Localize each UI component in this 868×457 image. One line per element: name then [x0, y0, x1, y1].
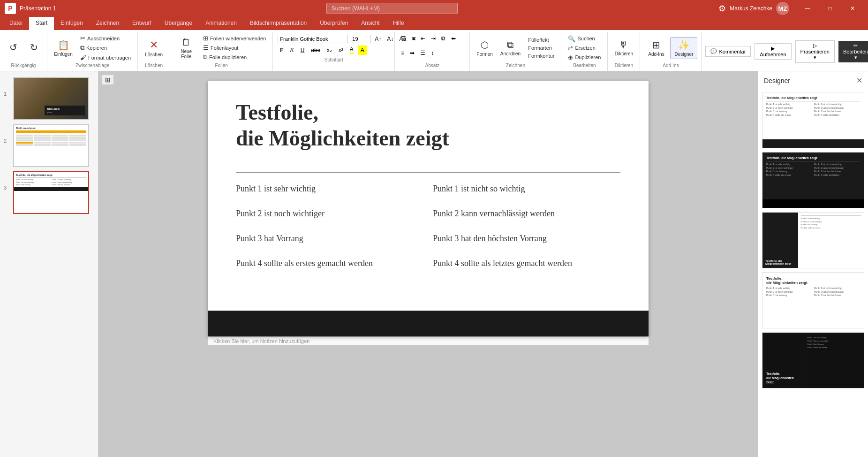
slide-item-3[interactable]: 3 Testfolie, die Möglichkeiten zeigt Pun… [0, 169, 98, 216]
slide-item-2[interactable]: 2 Titel Lorem Ipsum [0, 122, 98, 169]
design-card-5[interactable]: Testfolie,die Möglichkeiten zeigt Punkt … [762, 332, 864, 388]
canvas-toolbar: ⊞ [102, 75, 113, 84]
ribbon-group-diktieren: 🎙 Diktieren Diktieren [608, 32, 640, 71]
decrease-indent-button[interactable]: ⇤ [418, 34, 428, 43]
undo-button[interactable]: ↺ [4, 40, 23, 56]
tab-animationen[interactable]: Animationen [199, 17, 243, 30]
font-increase-button[interactable]: A↑ [373, 35, 383, 43]
kommentar-button[interactable]: 💬 Kommentar [705, 46, 751, 57]
group-content-loeschen: ✕ Löschen [142, 34, 166, 62]
ribbon-group-loeschen: ✕ Löschen Löschen [138, 32, 170, 71]
cut-icon: ✂ [80, 35, 85, 42]
new-slide-button[interactable]: 🗒 Neue Folie [174, 35, 198, 61]
notes-placeholder: Klicken Sie hier, um Notizen hinzuzufüge… [213, 338, 309, 344]
redo-button[interactable]: ↻ [24, 40, 43, 56]
formen-button[interactable]: ⬡ Formen [474, 38, 495, 59]
aufnehmen-button[interactable]: ▶ Aufnehmen [755, 43, 791, 60]
designer-body: Testfolie, die Möglichkeiten zeigt Punkt… [758, 88, 868, 457]
addins-button[interactable]: ⊞ Add-Ins [644, 38, 668, 59]
slide-canvas[interactable]: Testfolie, die Möglichkeiten zeigt Punkt… [208, 81, 649, 336]
group-label-loeschen: Löschen [142, 62, 166, 69]
copy-button[interactable]: ⧉ Kopieren [77, 43, 134, 53]
duplicate-icon: ⧉ [203, 53, 207, 61]
slide-thumb-3[interactable]: Testfolie, die Möglichkeiten zeigt Punkt… [13, 171, 89, 214]
duplizieren-button2[interactable]: ⊕ Duplizieren [565, 53, 604, 62]
strikethrough-button[interactable]: abc [309, 46, 322, 55]
design-card-3[interactable]: Testfolie, die Möglichkeiten zeigt Punkt… [762, 212, 864, 268]
column-button[interactable]: ⧉ [439, 34, 448, 43]
slide-col-right: Punkt 1 ist nicht so wichtig Punkt 2 kan… [433, 184, 620, 268]
tab-bildschirm[interactable]: Bildschirmpräsentation [243, 17, 313, 30]
maximize-button[interactable]: □ [819, 0, 841, 17]
designer-button[interactable]: ✨ Designer [670, 37, 697, 59]
minimize-button[interactable]: — [797, 0, 818, 17]
bearbeiten-mode-button[interactable]: ✏ Bearbeiten ▾ [838, 41, 868, 62]
tab-datei[interactable]: Datei [3, 17, 29, 30]
underline-button[interactable]: U [298, 46, 307, 55]
tab-einfuegen[interactable]: Einfügen [54, 17, 89, 30]
zeichnen-extra: Fülleffekt Formarten Formkontur [525, 36, 557, 60]
numbered-list-button[interactable]: ≡ [409, 34, 417, 43]
superscript-button[interactable]: x² [336, 46, 346, 55]
notes-bar[interactable]: Klicken Sie hier, um Notizen hinzuzufüge… [208, 336, 649, 345]
paste-button[interactable]: 📋 Einfügen [51, 38, 75, 59]
group-label-diktieren: Diktieren [611, 62, 636, 69]
subscript-button[interactable]: x₂ [325, 46, 334, 55]
thumb1-title: Titel Lorem Ipsum [45, 106, 85, 115]
formarten-button[interactable]: Formarten [525, 44, 557, 52]
design-card-2[interactable]: Testfolie, die Möglichkeiten zeigt Punkt… [762, 152, 864, 208]
tab-uebergaenge[interactable]: Übergänge [158, 17, 199, 30]
italic-button[interactable]: K [288, 46, 296, 55]
justify-button[interactable]: ☰ [418, 48, 428, 58]
line-spacing-button[interactable]: ↕ [429, 48, 436, 58]
cut-button[interactable]: ✂ Ausschneiden [77, 34, 134, 43]
bold-button[interactable]: F [278, 46, 286, 55]
format-copy-icon: 🖌 [80, 54, 86, 61]
format-copy-button[interactable]: 🖌 Format übertragen [77, 53, 134, 62]
highlight-button[interactable]: A [358, 46, 367, 55]
fit-button[interactable]: ⊞ [102, 75, 113, 84]
tab-ansicht[interactable]: Ansicht [355, 17, 386, 30]
design-card-1[interactable]: Testfolie, die Möglichkeiten zeigt Punkt… [762, 92, 864, 148]
copy-icon: ⧉ [80, 44, 84, 52]
slide-layout-button[interactable]: ☰ Folienlayout [200, 43, 269, 52]
praesentieren-button[interactable]: ▷ Präsentieren ▾ [795, 40, 835, 63]
diktieren-button[interactable]: 🎙 Diktieren [611, 38, 636, 58]
tab-zeichnen[interactable]: Zeichnen [90, 17, 126, 30]
formkontur-button[interactable]: Formkontur [525, 52, 557, 60]
delete-button[interactable]: ✕ Löschen [142, 37, 166, 59]
ersetzen-button[interactable]: ⇄ Ersetzen [565, 44, 604, 53]
search-input[interactable] [326, 3, 458, 14]
align-left-button[interactable]: ⬅ [449, 34, 458, 43]
tab-ueberpruefen[interactable]: Überprüfen [313, 17, 355, 30]
suchen-button[interactable]: 🔍 Suchen [565, 34, 604, 43]
align-center-button[interactable]: ≡ [399, 48, 407, 58]
align-right-button[interactable]: ➡ [408, 48, 417, 58]
tab-start[interactable]: Start [29, 17, 54, 30]
user-area: ⚙ Markus Zeischke MZ [718, 2, 789, 15]
anordnen-button[interactable]: ⧉ Anordnen [498, 38, 523, 58]
slide-thumb-2[interactable]: Titel Lorem Ipsum [13, 124, 89, 167]
bullets-button[interactable]: ☰ [399, 34, 408, 43]
tab-entwurf[interactable]: Entwurf [126, 17, 158, 30]
group-content-diktieren: 🎙 Diktieren [611, 34, 636, 62]
font-size-input[interactable] [350, 35, 371, 43]
reuse-slides-button[interactable]: ⊞ Folien wiederverwenden [200, 34, 269, 43]
slide-thumb-1[interactable]: Titel Lorem Ipsum [13, 77, 89, 120]
close-button[interactable]: ✕ [842, 0, 863, 17]
slide-item-1[interactable]: 1 Titel Lorem Ipsum [0, 75, 98, 122]
titlebar: P Präsentation 1 ⚙ Markus Zeischke MZ — … [0, 0, 868, 17]
ribbon-group-folien: 🗒 Neue Folie ⊞ Folien wiederverwenden ☰ … [170, 32, 273, 71]
design-card-4[interactable]: Testfolie,die Möglichkeiten zeigt Punkt … [762, 272, 864, 328]
slide-title-line1: Testfolie, [236, 100, 318, 124]
font-color-button[interactable]: A [347, 45, 356, 55]
duplicate-slide-button[interactable]: ⧉ Folie duplizieren [200, 53, 269, 62]
tab-hilfe[interactable]: Hilfe [386, 17, 411, 30]
user-name: Markus Zeischke [730, 5, 772, 12]
fuelleffekt-button[interactable]: Fülleffekt [525, 36, 557, 44]
designer-close-button[interactable]: ✕ [856, 76, 862, 85]
font-family-input[interactable] [278, 35, 348, 43]
font-decrease-button[interactable]: A↓ [385, 35, 395, 43]
increase-indent-button[interactable]: ⇥ [429, 34, 438, 43]
duplizieren-icon: ⊕ [568, 54, 573, 61]
